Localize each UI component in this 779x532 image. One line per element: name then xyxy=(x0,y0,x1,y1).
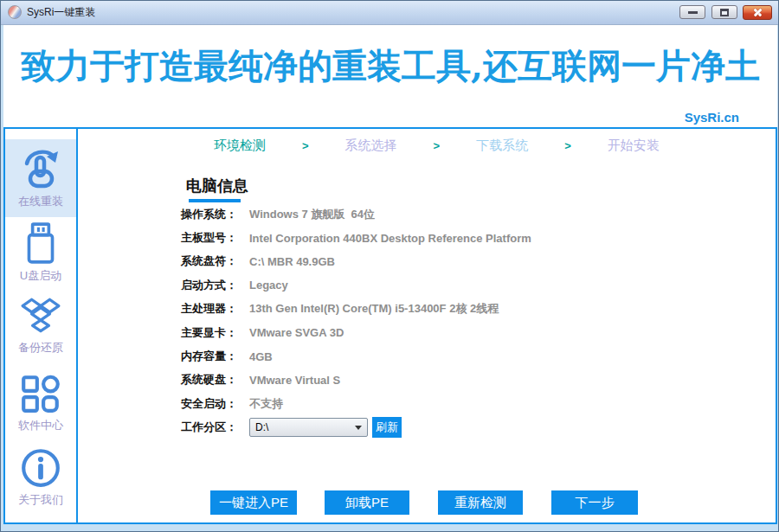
info-label: 启动方式： xyxy=(181,278,249,293)
info-label: 主处理器： xyxy=(181,301,249,317)
info-value: Intel Corporation 440BX Desktop Referenc… xyxy=(249,232,531,245)
info-label: 主板型号： xyxy=(181,230,249,246)
computer-info-list: 操作系统： Windows 7 旗舰版 64位 主板型号： Intel Corp… xyxy=(181,202,531,439)
banner-slogan: 致力于打造最纯净的重装工具,还互联网一片净土 xyxy=(3,42,777,90)
sidebar-item-about-us[interactable]: 关于我们 xyxy=(5,446,76,517)
sidebar-item-software-center[interactable]: 软件中心 xyxy=(5,372,76,445)
app-logo-icon xyxy=(8,5,22,19)
info-label: 安全启动： xyxy=(181,396,249,412)
info-row-memory: 内存容量： 4GB xyxy=(181,344,531,368)
chevron-down-icon xyxy=(355,426,362,430)
info-row-boot-mode: 启动方式： Legacy xyxy=(181,273,531,297)
partition-select[interactable]: D:\ xyxy=(249,418,368,437)
backup-box-icon xyxy=(19,294,62,337)
sidebar-item-backup-restore[interactable]: 备份还原 xyxy=(5,294,76,367)
info-row-motherboard: 主板型号： Intel Corporation 440BX Desktop Re… xyxy=(181,226,531,249)
close-button[interactable] xyxy=(743,5,772,20)
step-arrow-icon: > xyxy=(434,139,441,152)
info-label: 系统硬盘： xyxy=(181,372,249,388)
info-row-secure-boot: 安全启动： 不支持 xyxy=(181,392,531,415)
main-panel: 在线重装 U盘启动 备份还原 xyxy=(3,127,777,524)
close-icon xyxy=(752,7,763,18)
step-download-system: 下载系统 xyxy=(476,138,528,154)
banner: 致力于打造最纯净的重装工具,还互联网一片净土 SysRi.cn xyxy=(3,25,777,127)
info-value: 不支持 xyxy=(249,396,283,412)
recheck-button[interactable]: 重新检测 xyxy=(438,490,523,515)
sidebar-item-online-reinstall[interactable]: 在线重装 xyxy=(5,139,76,217)
sidebar-item-label: 软件中心 xyxy=(18,418,63,433)
info-label: 工作分区： xyxy=(181,420,249,435)
window-title: SysRi一键重装 xyxy=(27,1,95,24)
info-label: 内存容量： xyxy=(181,349,249,364)
titlebar[interactable]: SysRi一键重装 xyxy=(1,1,778,25)
maximize-icon xyxy=(720,9,729,16)
info-value: Windows 7 旗舰版 64位 xyxy=(249,207,375,222)
sidebar-item-label: 在线重装 xyxy=(18,194,63,209)
enter-pe-button[interactable]: 一键进入PE xyxy=(210,490,297,515)
step-arrow-icon: > xyxy=(302,139,309,152)
hand-click-refresh-icon xyxy=(17,144,64,191)
usb-drive-icon xyxy=(19,221,62,266)
sidebar-item-label: U盘启动 xyxy=(20,268,61,284)
step-arrow-icon: > xyxy=(564,139,571,152)
info-value: C:\ MBR 49.9GB xyxy=(249,255,335,268)
sidebar: 在线重装 U盘启动 备份还原 xyxy=(5,129,78,522)
maximize-button[interactable] xyxy=(711,5,737,19)
steps-nav: 环境检测 > 系统选择 > 下载系统 > 开始安装 xyxy=(214,138,660,154)
sidebar-item-usb-boot[interactable]: U盘启动 xyxy=(5,221,76,293)
minimize-icon xyxy=(688,11,698,14)
step-start-install: 开始安装 xyxy=(608,138,660,154)
info-row-gpu: 主要显卡： VMware SVGA 3D xyxy=(181,321,531,344)
info-label: 操作系统： xyxy=(181,207,249,222)
info-row-cpu: 主处理器： 13th Gen Intel(R) Core(TM) i5-1340… xyxy=(181,298,531,321)
info-row-hdd: 系统硬盘： VMware Virtual S xyxy=(181,369,531,392)
software-grid-icon xyxy=(19,372,62,415)
banner-site-text: SysRi.cn xyxy=(685,110,739,125)
step-system-select: 系统选择 xyxy=(345,138,397,154)
info-value: 4GB xyxy=(249,350,273,363)
sidebar-item-label: 备份还原 xyxy=(18,340,63,356)
info-label: 系统盘符： xyxy=(181,253,249,269)
next-step-button[interactable]: 下一步 xyxy=(551,490,638,515)
sidebar-item-label: 关于我们 xyxy=(18,492,63,508)
info-value: VMware SVGA 3D xyxy=(249,326,344,339)
section-title-computer-info: 电脑信息 xyxy=(186,176,248,196)
partition-selected-value: D:\ xyxy=(250,421,268,433)
info-row-work-partition: 工作分区： D:\ 刷新 xyxy=(181,416,531,439)
info-label: 主要显卡： xyxy=(181,325,249,341)
info-row-system-drive: 系统盘符： C:\ MBR 49.9GB xyxy=(181,250,531,273)
info-value: Legacy xyxy=(249,279,288,292)
app-window: SysRi一键重装 致力于打造最纯净的重装工具,还互联网一片净土 SysRi.c… xyxy=(0,0,779,532)
uninstall-pe-button[interactable]: 卸载PE xyxy=(325,490,409,515)
refresh-button[interactable]: 刷新 xyxy=(372,417,402,438)
info-value: 13th Gen Intel(R) Core(TM) i5-13400F 2核 … xyxy=(249,301,499,317)
minimize-button[interactable] xyxy=(679,5,705,19)
info-row-os: 操作系统： Windows 7 旗舰版 64位 xyxy=(181,202,531,226)
info-circle-icon xyxy=(19,446,62,490)
info-value: VMware Virtual S xyxy=(249,374,340,387)
step-env-check: 环境检测 xyxy=(214,138,266,154)
